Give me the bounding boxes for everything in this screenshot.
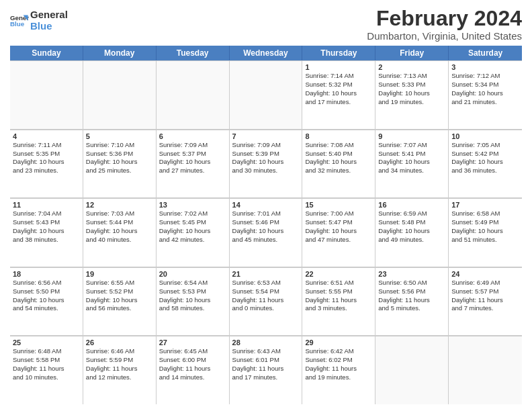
calendar-cell: 7Sunrise: 7:09 AMSunset: 5:39 PMDaylight… [230,130,303,198]
day-number: 21 [232,270,300,278]
day-number: 24 [451,270,519,278]
calendar-cell: 25Sunrise: 6:48 AMSunset: 5:58 PMDayligh… [10,336,83,404]
cell-info: Sunrise: 6:51 AMSunset: 5:55 PMDaylight:… [305,279,372,313]
calendar-cell: 11Sunrise: 7:04 AMSunset: 5:43 PMDayligh… [10,198,83,267]
calendar-body: 1Sunrise: 7:14 AMSunset: 5:32 PMDaylight… [10,60,522,404]
header: General Blue General Blue February 2024 … [10,7,522,42]
cell-info: Sunrise: 7:13 AMSunset: 5:33 PMDaylight:… [378,72,445,106]
calendar-cell: 3Sunrise: 7:12 AMSunset: 5:34 PMDaylight… [449,60,522,129]
logo-icon: General Blue [10,11,29,30]
calendar-cell: 23Sunrise: 6:50 AMSunset: 5:56 PMDayligh… [375,267,449,336]
svg-text:Blue: Blue [10,20,25,28]
calendar-cell: 17Sunrise: 6:58 AMSunset: 5:49 PMDayligh… [449,198,522,267]
cell-info: Sunrise: 7:00 AMSunset: 5:47 PMDaylight:… [305,210,372,244]
calendar-row-2: 11Sunrise: 7:04 AMSunset: 5:43 PMDayligh… [10,198,522,267]
calendar-cell [449,336,522,404]
day-number: 11 [13,201,80,209]
cell-info: Sunrise: 7:09 AMSunset: 5:37 PMDaylight:… [159,141,226,175]
day-header-friday: Friday [375,46,449,60]
calendar-header: SundayMondayTuesdayWednesdayThursdayFrid… [10,46,522,60]
day-number: 8 [305,132,372,140]
calendar-cell: 20Sunrise: 6:54 AMSunset: 5:53 PMDayligh… [157,267,230,336]
day-number: 17 [451,201,519,209]
calendar-cell: 22Sunrise: 6:51 AMSunset: 5:55 PMDayligh… [302,267,375,336]
calendar-cell [83,60,157,129]
day-number: 1 [305,63,372,71]
calendar-cell: 8Sunrise: 7:08 AMSunset: 5:40 PMDaylight… [302,130,375,198]
day-number: 2 [378,63,445,71]
calendar-cell: 27Sunrise: 6:45 AMSunset: 6:00 PMDayligh… [157,336,230,404]
calendar-cell: 13Sunrise: 7:02 AMSunset: 5:45 PMDayligh… [157,198,230,267]
calendar-cell: 1Sunrise: 7:14 AMSunset: 5:32 PMDaylight… [302,60,375,129]
calendar-cell [375,336,449,404]
page: General Blue General Blue February 2024 … [0,0,532,411]
logo-line2: Blue [30,21,68,32]
day-number: 13 [159,201,226,209]
day-number: 3 [451,63,519,71]
cell-info: Sunrise: 7:02 AMSunset: 5:45 PMDaylight:… [159,210,226,244]
cell-info: Sunrise: 7:04 AMSunset: 5:43 PMDaylight:… [13,210,80,244]
calendar-cell [157,60,230,129]
day-number: 15 [305,201,372,209]
cell-info: Sunrise: 6:55 AMSunset: 5:52 PMDaylight:… [86,279,153,313]
cell-info: Sunrise: 6:42 AMSunset: 6:02 PMDaylight:… [305,347,372,381]
calendar-cell: 19Sunrise: 6:55 AMSunset: 5:52 PMDayligh… [83,267,157,336]
calendar-cell: 2Sunrise: 7:13 AMSunset: 5:33 PMDaylight… [375,60,449,129]
cell-info: Sunrise: 6:54 AMSunset: 5:53 PMDaylight:… [159,279,226,313]
calendar-cell: 5Sunrise: 7:10 AMSunset: 5:36 PMDaylight… [83,130,157,198]
calendar-cell [230,60,303,129]
cell-info: Sunrise: 6:59 AMSunset: 5:48 PMDaylight:… [378,210,445,244]
logo: General Blue General Blue [10,9,68,32]
cell-info: Sunrise: 7:14 AMSunset: 5:32 PMDaylight:… [305,72,372,106]
day-number: 19 [86,270,153,278]
day-header-monday: Monday [83,46,157,60]
calendar-cell: 12Sunrise: 7:03 AMSunset: 5:44 PMDayligh… [83,198,157,267]
calendar-cell: 24Sunrise: 6:49 AMSunset: 5:57 PMDayligh… [449,267,522,336]
day-number: 7 [232,132,300,140]
day-number: 5 [86,132,153,140]
calendar-cell [10,60,83,129]
day-number: 4 [13,132,80,140]
calendar-cell: 10Sunrise: 7:05 AMSunset: 5:42 PMDayligh… [449,130,522,198]
day-number: 12 [86,201,153,209]
cell-info: Sunrise: 7:11 AMSunset: 5:35 PMDaylight:… [13,141,80,175]
calendar-cell: 6Sunrise: 7:09 AMSunset: 5:37 PMDaylight… [157,130,230,198]
day-number: 26 [86,338,153,347]
cell-info: Sunrise: 6:58 AMSunset: 5:49 PMDaylight:… [451,210,519,244]
day-number: 14 [232,201,300,209]
day-number: 20 [159,270,226,278]
day-header-tuesday: Tuesday [157,46,230,60]
cell-info: Sunrise: 6:45 AMSunset: 6:00 PMDaylight:… [159,347,226,381]
calendar-cell: 16Sunrise: 6:59 AMSunset: 5:48 PMDayligh… [375,198,449,267]
cell-info: Sunrise: 7:10 AMSunset: 5:36 PMDaylight:… [86,141,153,175]
main-title: February 2024 [367,7,522,30]
calendar-cell: 14Sunrise: 7:01 AMSunset: 5:46 PMDayligh… [230,198,303,267]
calendar-row-3: 18Sunrise: 6:56 AMSunset: 5:50 PMDayligh… [10,267,522,336]
cell-info: Sunrise: 7:12 AMSunset: 5:34 PMDaylight:… [451,72,519,106]
cell-info: Sunrise: 6:43 AMSunset: 6:01 PMDaylight:… [232,347,300,381]
day-number: 9 [378,132,445,140]
cell-info: Sunrise: 6:56 AMSunset: 5:50 PMDaylight:… [13,279,80,313]
day-number: 23 [378,270,445,278]
subtitle: Dumbarton, Virginia, United States [367,30,522,42]
cell-info: Sunrise: 6:50 AMSunset: 5:56 PMDaylight:… [378,279,445,313]
calendar-cell: 9Sunrise: 7:07 AMSunset: 5:41 PMDaylight… [375,130,449,198]
cell-info: Sunrise: 6:46 AMSunset: 5:59 PMDaylight:… [86,347,153,381]
day-number: 16 [378,201,445,209]
day-header-saturday: Saturday [449,46,522,60]
day-number: 27 [159,338,226,347]
cell-info: Sunrise: 6:49 AMSunset: 5:57 PMDaylight:… [451,279,519,313]
cell-info: Sunrise: 7:01 AMSunset: 5:46 PMDaylight:… [232,210,300,244]
calendar-cell: 15Sunrise: 7:00 AMSunset: 5:47 PMDayligh… [302,198,375,267]
cell-info: Sunrise: 7:05 AMSunset: 5:42 PMDaylight:… [451,141,519,175]
calendar-cell: 29Sunrise: 6:42 AMSunset: 6:02 PMDayligh… [302,336,375,404]
cell-info: Sunrise: 6:53 AMSunset: 5:54 PMDaylight:… [232,279,300,313]
calendar-row-4: 25Sunrise: 6:48 AMSunset: 5:58 PMDayligh… [10,336,522,404]
day-header-wednesday: Wednesday [230,46,303,60]
calendar-row-0: 1Sunrise: 7:14 AMSunset: 5:32 PMDaylight… [10,60,522,130]
day-number: 10 [451,132,519,140]
day-number: 18 [13,270,80,278]
cell-info: Sunrise: 7:07 AMSunset: 5:41 PMDaylight:… [378,141,445,175]
calendar-cell: 4Sunrise: 7:11 AMSunset: 5:35 PMDaylight… [10,130,83,198]
day-number: 28 [232,338,300,347]
